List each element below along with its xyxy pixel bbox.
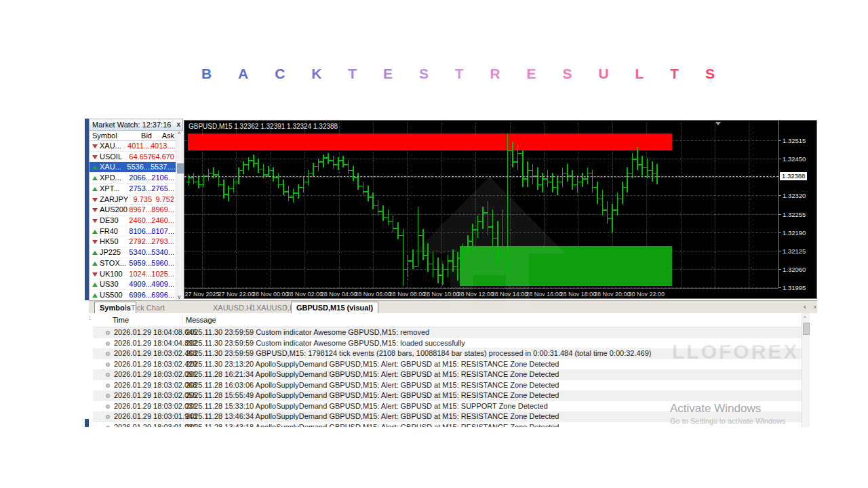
market-watch-row[interactable]: JP2255340...5340...: [90, 247, 176, 258]
market-watch-rows: XAU...4011....4013....USOIL64.65764.670X…: [90, 141, 176, 301]
time-axis-label: 30 Nov 22:00: [628, 291, 665, 298]
candle-open-tick: [580, 182, 583, 183]
candle: [656, 164, 658, 184]
candle: [368, 186, 369, 201]
market-watch-row[interactable]: HK502792...2793...: [90, 237, 176, 247]
arrow-up-icon: [92, 251, 98, 255]
market-watch-row[interactable]: FR408106...8107...: [90, 226, 176, 237]
journal-row[interactable]: 2026.01.29 18:03:02.0912025.11.28 16:21:…: [93, 369, 802, 380]
candle: [647, 159, 648, 178]
journal-header: Time Message: [93, 313, 802, 327]
log-message: 2025.11.28 15:33:10 ApolloSupplyDemand G…: [186, 401, 548, 412]
market-watch-row[interactable]: XPD...2066...2106...: [90, 173, 176, 184]
tab-gbpusd-m15-visual-[interactable]: GBPUSD,M15 (visual): [291, 302, 378, 313]
chart-panel[interactable]: GBPUSD,M15 1.32362 1.32391 1.32324 1.323…: [184, 120, 817, 299]
symbol-name: UK100: [100, 269, 123, 280]
candle-open-tick: [470, 241, 473, 242]
market-watch-row[interactable]: UK1001024...1025...: [90, 269, 176, 280]
column-message[interactable]: Message: [186, 316, 216, 324]
time-axis-label: 27 Nov 2025: [184, 291, 219, 298]
tab-tick-chart[interactable]: Tick Chart: [131, 302, 165, 313]
arrow-down-icon: [92, 272, 98, 277]
tab-separator: |: [250, 302, 252, 310]
market-watch-row[interactable]: US5006996...6996...: [90, 290, 176, 301]
market-watch-row[interactable]: XAU...4011....4013....: [90, 141, 176, 152]
column-divider[interactable]: [182, 314, 182, 325]
candle: [622, 182, 623, 204]
candle-open-tick: [336, 164, 338, 165]
scrollbar-thumb[interactable]: [177, 163, 184, 174]
candle-open-tick: [326, 157, 328, 159]
market-watch-row[interactable]: AUS2008967...8969...: [90, 205, 176, 216]
market-watch-row[interactable]: DE302460...2460...: [90, 216, 176, 226]
title-letter: T: [670, 66, 679, 82]
candle-open-tick: [645, 167, 648, 169]
journal-scrollbar[interactable]: ^: [802, 313, 810, 427]
column-ask[interactable]: Ask: [149, 131, 174, 141]
arrow-down-icon: [92, 198, 98, 202]
candle: [477, 216, 479, 238]
arrow-up-icon: [92, 230, 98, 234]
candle-open-tick: [635, 159, 637, 160]
symbol-name: XPD...: [100, 173, 121, 184]
gridline-horizontal: [184, 159, 778, 159]
tabs-scroll-right-icon[interactable]: ›: [814, 302, 816, 310]
scrollbar-thumb[interactable]: [803, 323, 810, 335]
candle: [562, 167, 564, 187]
candle-open-tick: [306, 182, 309, 183]
candle-open-tick: [650, 170, 652, 171]
candle-open-tick: [460, 258, 463, 259]
journal-row[interactable]: 2026.01.29 18:04:08.6452025.11.30 23:59:…: [93, 327, 802, 338]
candle: [298, 184, 299, 199]
candle-open-tick: [355, 177, 358, 178]
candle-open-tick: [435, 269, 438, 270]
tabs-scroll-left-icon[interactable]: ‹: [804, 302, 806, 310]
log-bullet-icon: [106, 352, 110, 356]
candle: [507, 134, 509, 275]
journal-row[interactable]: 2026.01.29 18:03:02.0552025.11.28 15:55:…: [93, 390, 802, 401]
candle: [338, 157, 339, 170]
candle: [582, 173, 583, 187]
chart-shift-marker-icon[interactable]: [715, 122, 721, 125]
journal-close-icon[interactable]: x: [89, 314, 90, 321]
journal-row[interactable]: 2026.01.29 18:03:02.4632025.11.30 23:59:…: [93, 348, 802, 359]
journal-row[interactable]: 2026.01.29 18:04:04.8922025.11.30 23:59:…: [93, 338, 802, 349]
column-symbol[interactable]: Symbol: [92, 131, 117, 141]
candle-open-tick: [560, 182, 563, 183]
market-watch-row[interactable]: XAU...5536....5537....: [90, 162, 176, 173]
candle: [572, 170, 573, 190]
candle-open-tick: [475, 229, 478, 230]
gridline-vertical: [749, 123, 749, 288]
ask-value: 4013....: [151, 141, 174, 152]
column-bid[interactable]: Bid: [125, 131, 152, 141]
market-watch-row[interactable]: STOX...5959...5960...: [90, 258, 176, 269]
column-time[interactable]: Time: [113, 316, 129, 324]
gridline-vertical: [715, 123, 715, 288]
market-watch-row[interactable]: USOIL64.65764.670: [90, 152, 176, 163]
bid-value: 5959...: [122, 258, 152, 269]
candle-open-tick: [376, 205, 378, 207]
scroll-up-icon[interactable]: ^: [804, 314, 806, 321]
close-icon[interactable]: x: [176, 119, 180, 130]
symbol-name: US500: [100, 290, 123, 301]
title-letter: S: [705, 66, 715, 82]
candle-open-tick: [654, 173, 657, 174]
candle: [372, 192, 374, 209]
tab-separator: |: [285, 302, 287, 310]
market-watch-row[interactable]: US304909...4909...: [90, 279, 176, 290]
market-watch-row[interactable]: XPT...2753...2765...: [90, 184, 176, 195]
title-letter: S: [419, 66, 429, 82]
market-watch-row[interactable]: ZARJPY9.7359.752: [90, 195, 176, 205]
market-watch-scrollbar[interactable]: ^ v: [176, 131, 184, 301]
candle: [382, 205, 384, 221]
ask-value: 2765...: [151, 184, 174, 195]
ask-value: 4909...: [151, 279, 174, 290]
candle-open-tick: [510, 150, 513, 152]
candle: [348, 160, 349, 174]
tab-xauusd-h1[interactable]: XAUUSD,H1: [213, 302, 256, 313]
scroll-up-icon[interactable]: ^: [178, 131, 180, 138]
journal-row[interactable]: 2026.01.29 18:03:02.0682025.11.28 16:03:…: [93, 380, 802, 391]
journal-row[interactable]: 2026.01.29 18:03:02.4292025.11.30 23:13:…: [93, 359, 802, 370]
scroll-down-icon[interactable]: v: [178, 293, 181, 300]
tab-symbols[interactable]: Symbols: [94, 302, 136, 313]
